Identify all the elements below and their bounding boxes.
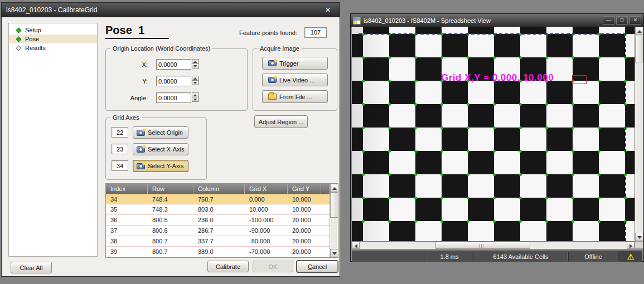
feature-point: [598, 197, 601, 199]
table-row[interactable]: 37800.6286.7-90.00020.000: [106, 226, 338, 236]
origin-input-y[interactable]: [156, 76, 191, 86]
feature-point: [414, 220, 417, 223]
table-scrollbar[interactable]: [330, 184, 338, 257]
select-y-axis-button[interactable]: Select Y-Axis: [133, 160, 188, 172]
horizontal-scrollbar[interactable]: [352, 241, 635, 249]
feature-point: [388, 103, 391, 106]
scroll-up-icon[interactable]: [635, 27, 643, 35]
table-cell: 286.7: [193, 226, 245, 236]
axis-cell-input-select-origin[interactable]: [112, 127, 128, 138]
acquire-image-group: Acquire Image TriggerLive Video ...From …: [253, 48, 337, 111]
table-row[interactable]: 39800.7389.0-70.00020.000: [106, 247, 338, 257]
spin-down-icon[interactable]: [192, 97, 199, 102]
live-video-button[interactable]: Live Video ...: [262, 74, 328, 86]
table-row[interactable]: 36800.5236.0-100.00020.000: [106, 215, 338, 226]
scrollbar-thumb[interactable]: [635, 36, 643, 62]
table-cell: -90.000: [245, 226, 288, 236]
clear-all-button[interactable]: Clear All: [11, 262, 52, 273]
table-cell: -80.000: [245, 236, 288, 246]
feature-point: [440, 220, 443, 223]
feature-point: [362, 103, 365, 106]
column-header: Grid X: [245, 184, 288, 194]
dialog-titlebar[interactable]: is8402_010203 - CalibrateGrid ✕: [2, 3, 340, 17]
axis-cell-input-select-y-axis[interactable]: [112, 160, 128, 171]
close-icon[interactable]: ✕: [321, 6, 335, 14]
feature-point: [519, 103, 522, 106]
cancel-button[interactable]: Cancel: [297, 261, 338, 272]
table-row[interactable]: 35748.3803.010.00010.000: [106, 204, 338, 215]
field-label: X:: [109, 61, 148, 68]
origin-highlight-marker: [572, 75, 587, 84]
tree-item-label: Setup: [25, 27, 41, 33]
table-cell: 20.000: [288, 215, 321, 225]
table-cell: 803.0: [193, 204, 245, 214]
table-cell: 38: [106, 236, 148, 246]
scrollbar-corner: [635, 241, 643, 249]
field-label: Y:: [109, 78, 148, 85]
desktop: is8402_010203 - CalibrateGrid ✕ SetupPos…: [0, 0, 644, 284]
adjust-region-button[interactable]: Adjust Region ...: [254, 115, 308, 128]
trigger-button[interactable]: Trigger: [262, 57, 328, 70]
feature-point: [414, 103, 417, 106]
from-file-button[interactable]: From File ...: [262, 90, 328, 103]
feature-point: [598, 103, 601, 106]
vertical-scrollbar[interactable]: [635, 27, 643, 241]
tree-item-pose[interactable]: Pose: [9, 35, 97, 43]
image-viewport[interactable]: Grid X,Y = 0.000, 10.000: [352, 27, 635, 241]
table-row[interactable]: 38800.7337.7-80.00020.000: [106, 236, 338, 247]
scrollbar-thumb[interactable]: [330, 192, 338, 218]
cancel-label-rest: ancel: [312, 263, 327, 270]
tree-item-setup[interactable]: Setup: [9, 26, 97, 35]
origin-input-angle[interactable]: [156, 92, 191, 103]
select-x-axis-button[interactable]: Select X-Axis: [133, 143, 188, 155]
calibrate-button[interactable]: Calibrate: [207, 261, 249, 272]
table-cell: -70.000: [245, 247, 288, 257]
table-cell: 10.000: [288, 194, 321, 204]
warning-icon[interactable]: ⚠: [619, 251, 642, 262]
table-row[interactable]: 34748.4750.70.00010.000: [106, 194, 338, 204]
scroll-down-icon[interactable]: [330, 249, 338, 257]
feature-point: [598, 150, 601, 153]
scrollbar-thumb[interactable]: [435, 242, 530, 249]
status-available-cells: 6143 Available Cells: [474, 251, 568, 262]
tree-item-results[interactable]: Results: [9, 43, 97, 52]
feature-point: [519, 197, 522, 199]
minimize-icon[interactable]: —: [603, 16, 614, 25]
table-body: 34748.4750.70.00010.00035748.3803.010.00…: [106, 194, 338, 257]
axis-cell-input-select-x-axis[interactable]: [112, 144, 128, 154]
camera-icon: [268, 60, 277, 66]
tree-item-label: Pose: [25, 36, 39, 42]
camera-icon: [268, 77, 277, 83]
feature-point: [388, 197, 391, 199]
spin-down-icon[interactable]: [192, 63, 199, 68]
grid-axes-group: Grid Axes Select OriginSelect X-AxisSele…: [105, 117, 207, 180]
status-spacer: [352, 251, 425, 262]
spin-down-icon[interactable]: [192, 80, 199, 85]
select-origin-button[interactable]: Select Origin: [133, 126, 188, 139]
spreadsheet-view-window: is8402_010203 - IS8402M - Spreadsheet Vi…: [350, 13, 644, 262]
close-icon[interactable]: ✕: [630, 16, 641, 25]
feature-point: [519, 220, 522, 223]
table-cell: 10.000: [288, 204, 321, 214]
table-header: IndexRowColumnGrid XGrid Y: [106, 184, 338, 194]
scroll-left-icon[interactable]: [352, 242, 360, 249]
feature-point: [440, 197, 443, 199]
grid-overlay-text: Grid X,Y = 0.000, 10.000: [441, 72, 554, 84]
table-cell: 800.7: [148, 247, 193, 257]
scroll-up-icon[interactable]: [330, 184, 338, 192]
feature-point: [467, 103, 469, 106]
origin-input-x[interactable]: [156, 59, 191, 70]
table-cell: 750.7: [193, 194, 245, 204]
feature-point: [493, 56, 496, 59]
window-titlebar[interactable]: is8402_010203 - IS8402M - Spreadsheet Vi…: [351, 14, 643, 27]
feature-point: [467, 197, 469, 199]
feature-point: [362, 220, 365, 223]
maximize-icon[interactable]: □: [616, 16, 628, 25]
scroll-down-icon[interactable]: [635, 233, 643, 241]
feature-point: [545, 103, 548, 106]
feature-dots: [352, 27, 635, 241]
feature-point: [440, 150, 443, 153]
feature-point: [388, 126, 391, 129]
scroll-right-icon[interactable]: [627, 242, 635, 249]
feature-point: [414, 173, 417, 176]
